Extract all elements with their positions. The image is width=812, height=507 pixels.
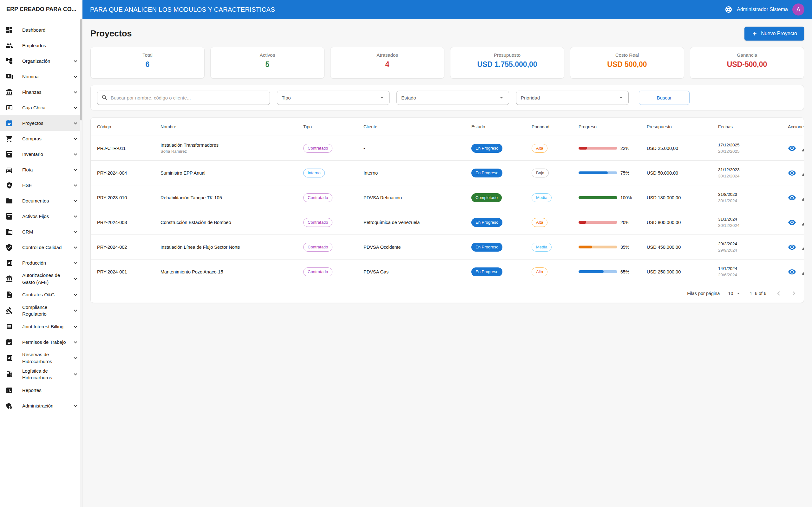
sidebar-item-control-de-calidad[interactable]: Control de Calidad [0,239,82,255]
sidebar-item-caja-chica[interactable]: $ Caja Chica [0,100,82,115]
sidebar-item-logistica-de-hidrocarburos[interactable]: Logística de Hidrocarburos [0,366,82,383]
rows-per-page-select[interactable]: 10 [728,290,741,297]
sidebar-item-documentos[interactable]: Documentos [0,193,82,209]
edit-button[interactable] [801,268,804,276]
chevron-down-icon [72,244,79,251]
dropdown-arrow-icon [618,94,624,101]
building-icon [5,228,13,236]
sidebar-item-compliance-regulatorio[interactable]: Compliance Regulatorio [0,302,82,319]
start-date: 14/1/2024 [718,266,783,271]
budget: USD 50.000,00 [647,170,718,176]
sidebar-item-inventario[interactable]: Inventario [0,147,82,162]
sidebar-item-administracion[interactable]: Administración [0,398,82,413]
sidebar-item-proyectos[interactable]: Proyectos [0,115,82,131]
sidebar-item-joint-interest-billing[interactable]: Joint Interest Billing [0,319,82,334]
type-select[interactable]: Tipo [277,91,390,105]
user-name: Administrador Sistema [737,7,788,12]
sidebar-item-empleados[interactable]: Empleados [0,38,82,53]
sidebar-item-autorizaciones-de-gasto-afe[interactable]: Autorizaciones de Gasto (AFE) [0,271,82,287]
priority-chip: Alta [531,218,548,227]
gavel-icon [5,307,13,314]
sidebar-scrollbar[interactable] [80,19,82,507]
search-icon [101,94,108,101]
project-code: PRY-2024-002 [97,245,160,250]
chevron-down-icon [72,307,79,314]
dates-cell: 17/12/2025 20/12/2025 [718,143,788,154]
sidebar-item-permisos-de-trabajo[interactable]: Permisos de Trabajo [0,334,82,350]
view-button[interactable] [788,243,796,251]
sidebar-item-organizacion[interactable]: Organización [0,53,82,69]
view-button[interactable] [788,193,796,202]
client-name: Petroquímica de Venezuela [363,220,471,225]
search-button[interactable]: Buscar [639,91,690,105]
sidebar-item-finanzas[interactable]: Finanzas [0,84,82,100]
edit-button[interactable] [801,218,804,227]
client-name: Interno [363,170,471,176]
avatar[interactable]: A [792,3,804,15]
client-name: PDVSA Refinación [363,195,471,200]
gas-pump-icon [5,371,13,378]
progress-bar [578,221,617,224]
new-project-button[interactable]: Nuevo Proyecto [745,26,804,41]
search-input[interactable] [111,95,266,101]
status-chip: Completado [471,193,502,202]
view-button[interactable] [788,218,796,227]
priority-select[interactable]: Prioridad [516,91,629,105]
edit-button[interactable] [801,193,804,202]
view-button[interactable] [788,144,796,153]
sidebar-item-nomina[interactable]: Nómina [0,69,82,84]
stat-label: Costo Real [615,52,639,58]
budget: USD 25.000,00 [647,146,718,151]
sidebar-item-hse[interactable]: HSE [0,177,82,193]
search-box [97,91,270,105]
end-date: 29/9/2024 [718,248,783,252]
progress-percent: 100% [620,195,632,200]
sidebar-item-dashboard[interactable]: Dashboard [0,22,82,38]
priority-chip: Alta [531,268,548,276]
client-name: PDVSA Gas [363,269,471,274]
project-name: Instalación Transformadores [160,143,299,148]
edit-button[interactable] [801,144,804,153]
dates-cell: 31/8/2023 30/1/2024 [718,192,788,203]
progress-bar [578,196,617,199]
stat-label: Atrasados [376,52,398,58]
next-page-button[interactable] [790,289,798,297]
stat-value: USD-500,00 [727,60,767,69]
chevron-down-icon [72,213,79,220]
project-code: PRY-2024-001 [97,269,160,274]
view-button[interactable] [788,268,796,276]
stat-label: Total [142,52,153,58]
dropdown-arrow-icon [378,94,386,101]
chevron-right-icon [790,289,798,297]
sidebar-item-activos-fijos[interactable]: Activos Fijos [0,209,82,224]
chevron-down-icon [72,89,79,96]
page-title: Proyectos [90,29,132,39]
sidebar-item-compras[interactable]: Compras [0,131,82,147]
budget: USD 180.000,00 [647,195,718,200]
svg-text:$: $ [8,106,10,110]
status-chip: En Progreso [471,218,502,227]
status-select[interactable]: Estado [397,91,509,105]
project-code: PRY-2024-004 [97,170,160,176]
pencil-icon [801,144,804,153]
barrel-icon [5,259,13,267]
sidebar-item-crm[interactable]: CRM [0,224,82,239]
folder-icon [5,197,13,205]
plus-icon [751,31,758,37]
cart-icon [5,135,13,143]
chevron-down-icon [72,198,79,205]
sidebar-item-reportes[interactable]: Reportes [0,383,82,398]
edit-button[interactable] [801,169,804,177]
column-header-tipo: Tipo [303,124,363,129]
view-button[interactable] [788,169,796,177]
previous-page-button[interactable] [774,289,783,297]
sidebar-item-flota[interactable]: Flota [0,162,82,177]
project-name: Instalación Línea de Flujo Sector Norte [160,245,299,250]
sidebar-item-produccion[interactable]: Producción [0,255,82,271]
language-globe-icon[interactable] [725,6,732,13]
sidebar-item-contratos-o-g[interactable]: Contratos O&G [0,287,82,302]
edit-button[interactable] [801,243,804,251]
sidebar-item-reservas-de-hidrocarburos[interactable]: Reservas de Hidrocarburos [0,350,82,366]
column-header-progreso: Progreso [578,124,647,129]
chevron-down-icon [72,275,79,282]
